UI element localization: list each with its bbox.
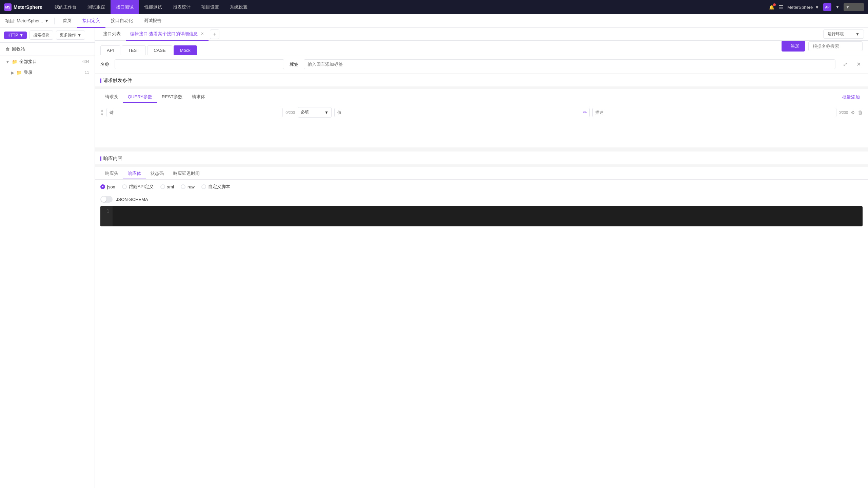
- api-tab-api[interactable]: API: [100, 45, 120, 55]
- code-content[interactable]: [113, 206, 863, 226]
- delete-row-icon[interactable]: 🗑: [858, 110, 863, 115]
- response-tabs: 响应头 响应体 状态码 响应延迟时间: [95, 167, 868, 180]
- radio-xml-circle: [160, 184, 165, 189]
- folder-child-icon: 📁: [16, 70, 22, 75]
- batch-add-button[interactable]: 批量添加: [842, 94, 863, 100]
- value-edit-icon[interactable]: ✏: [583, 110, 587, 115]
- sidebar-toolbar: HTTP ▼ 搜索模块 更多操作 ▼: [0, 28, 95, 43]
- second-nav-api-def[interactable]: 接口定义: [77, 14, 105, 28]
- radio-follow-api-circle: [122, 184, 127, 189]
- tree-child-login[interactable]: ▶ 📁 登录 11: [0, 67, 95, 78]
- trash-label: 回收站: [12, 46, 25, 52]
- menu-icon[interactable]: ☰: [778, 4, 783, 11]
- required-select[interactable]: 必填 ▼: [298, 107, 332, 118]
- radio-json[interactable]: json: [100, 184, 115, 189]
- req-tab-body[interactable]: 请求体: [187, 92, 210, 103]
- user-dropdown[interactable]: ▼: [844, 3, 864, 11]
- key-input[interactable]: [106, 108, 283, 117]
- nav-item-api-test[interactable]: 接口测试: [111, 0, 139, 14]
- second-nav-test-report[interactable]: 测试报告: [138, 14, 167, 28]
- nav-item-system-settings[interactable]: 系统设置: [224, 0, 253, 14]
- project-dropdown-icon: ▼: [44, 18, 49, 23]
- main-content: 接口列表 编辑接口-查看某个接口的详细信息 ✕ + 运行环境 ▼ API TES…: [95, 28, 868, 488]
- json-schema-toggle[interactable]: [100, 196, 113, 203]
- name-input[interactable]: [115, 59, 284, 69]
- api-tab-test[interactable]: TEST: [122, 45, 146, 55]
- nav-item-report[interactable]: 报表统计: [167, 0, 196, 14]
- desc-input-wrap: 0/200: [592, 108, 848, 117]
- desc-count: 0/200: [839, 110, 848, 115]
- top-navigation: MS MeterSphere 我的工作台 测试跟踪 接口测试 性能测试 报表统计…: [0, 0, 868, 14]
- req-tab-headers[interactable]: 请求头: [100, 92, 123, 103]
- tag-label: 标签: [290, 61, 298, 67]
- tab-close-icon[interactable]: ✕: [200, 32, 204, 36]
- user-info[interactable]: MeterSphere ▼: [787, 5, 819, 10]
- tab-edit-api[interactable]: 编辑接口-查看某个接口的详细信息 ✕: [126, 28, 209, 41]
- second-nav-api-auto[interactable]: 接口自动化: [105, 14, 138, 28]
- second-nav-home[interactable]: 首页: [57, 14, 77, 28]
- close-button[interactable]: ✕: [854, 60, 863, 68]
- nav-item-perf-test[interactable]: 性能测试: [139, 0, 167, 14]
- request-param-tabs: 请求头 QUERY参数 REST参数 请求体 批量添加: [95, 90, 868, 103]
- add-button[interactable]: + 添加: [782, 41, 805, 52]
- more-actions-dropdown-icon: ▼: [77, 33, 81, 38]
- top-nav-right: 🔔 ☰ MeterSphere ▼ AP ▼ ▼: [769, 3, 864, 11]
- resp-tab-status[interactable]: 状态码: [146, 168, 169, 179]
- tab-add-button[interactable]: +: [210, 29, 219, 39]
- tree-all-count: 604: [82, 59, 89, 64]
- content-area: HTTP ▼ 搜索模块 更多操作 ▼ 🗑 回收站 ▼ 📁 全部接口 604 ▶: [0, 28, 868, 488]
- radio-follow-api[interactable]: 跟随API定义: [122, 184, 154, 190]
- radio-raw[interactable]: raw: [181, 184, 195, 189]
- project-name: 项目: MeterSpher...: [5, 18, 43, 24]
- run-env-dropdown-icon: ▼: [855, 32, 860, 37]
- search-module-button[interactable]: 搜索模块: [29, 30, 53, 40]
- nav-item-project-settings[interactable]: 项目设置: [196, 0, 224, 14]
- tab-api-list[interactable]: 接口列表: [99, 28, 125, 41]
- http-method-selector[interactable]: HTTP ▼: [4, 32, 27, 39]
- value-input-wrap: ✏: [334, 108, 590, 117]
- sidebar: HTTP ▼ 搜索模块 更多操作 ▼ 🗑 回收站 ▼ 📁 全部接口 604 ▶: [0, 28, 95, 488]
- body-type-radio-group: json 跟随API定义 xml raw: [95, 180, 868, 194]
- code-editor[interactable]: 1: [100, 206, 863, 226]
- resp-tab-body[interactable]: 响应体: [123, 168, 146, 179]
- value-input[interactable]: [334, 108, 590, 117]
- response-section-title: 响应内容: [95, 151, 868, 164]
- toggle-knob: [101, 197, 106, 202]
- folder-icon: 📁: [12, 59, 17, 64]
- nav-item-tracking[interactable]: 测试跟踪: [82, 0, 111, 14]
- run-environment-selector[interactable]: 运行环境 ▼: [823, 29, 864, 39]
- tree-root-all[interactable]: ▼ 📁 全部接口 604: [0, 56, 95, 67]
- settings-icon[interactable]: ⚙: [851, 110, 855, 115]
- top-actions: + 添加: [782, 41, 863, 55]
- notification-bell-icon[interactable]: 🔔: [769, 5, 774, 10]
- trigger-section-title: 请求触发条件: [95, 74, 868, 86]
- more-actions-button[interactable]: 更多操作 ▼: [56, 30, 85, 40]
- resp-tab-headers[interactable]: 响应头: [100, 168, 123, 179]
- json-schema-row: JSON-SCHEMA: [95, 194, 868, 206]
- sort-icons[interactable]: ▲ ▼: [100, 108, 104, 116]
- tree-login-count: 11: [85, 70, 89, 75]
- radio-xml[interactable]: xml: [160, 184, 174, 189]
- api-tab-mock[interactable]: Mock: [174, 45, 197, 55]
- radio-raw-circle: [181, 184, 185, 189]
- desc-input[interactable]: [592, 108, 836, 117]
- notification-badge: [773, 3, 776, 6]
- user-avatar[interactable]: AP: [823, 3, 831, 11]
- api-tab-case[interactable]: CASE: [147, 45, 172, 55]
- expand-button[interactable]: ⤢: [841, 60, 849, 68]
- trash-section[interactable]: 🗑 回收站: [0, 43, 95, 56]
- tab-bar: 接口列表 编辑接口-查看某个接口的详细信息 ✕ + 运行环境 ▼: [95, 28, 868, 41]
- req-tab-rest[interactable]: REST参数: [157, 92, 187, 103]
- resp-tab-delay[interactable]: 响应延迟时间: [169, 168, 204, 179]
- search-name-input[interactable]: [808, 41, 863, 51]
- req-tab-query[interactable]: QUERY参数: [123, 92, 157, 103]
- empty-space: [95, 120, 868, 147]
- sort-down-icon[interactable]: ▼: [100, 113, 104, 116]
- language-switch[interactable]: ▼: [835, 5, 840, 9]
- radio-custom-script[interactable]: 自定义脚本: [201, 184, 230, 190]
- tag-input[interactable]: [304, 59, 835, 69]
- sort-up-icon[interactable]: ▲: [100, 108, 104, 112]
- project-selector[interactable]: 项目: MeterSpher... ▼: [5, 18, 49, 24]
- section-divider-1: [95, 86, 868, 89]
- nav-item-workbench[interactable]: 我的工作台: [49, 0, 82, 14]
